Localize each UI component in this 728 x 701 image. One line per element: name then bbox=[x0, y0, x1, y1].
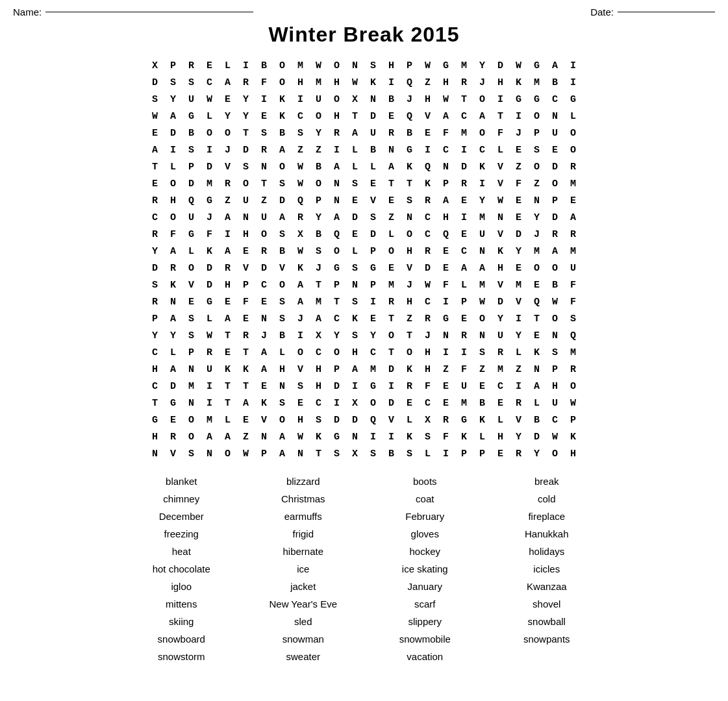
grid-cell: M bbox=[564, 175, 583, 192]
grid-cell: T bbox=[219, 378, 237, 395]
grid-cell: Y bbox=[219, 108, 237, 125]
grid-cell: N bbox=[528, 192, 546, 209]
grid-cell: U bbox=[546, 125, 564, 141]
grid-cell: C bbox=[492, 378, 510, 395]
grid-cell: A bbox=[473, 260, 492, 277]
grid-cell: O bbox=[401, 344, 419, 361]
grid-cell: D bbox=[328, 378, 346, 395]
word-item: break bbox=[489, 474, 605, 489]
grid-cell: N bbox=[346, 428, 364, 445]
grid-cell: C bbox=[419, 395, 437, 412]
grid-cell: A bbox=[219, 74, 237, 91]
grid-cell: K bbox=[510, 74, 528, 91]
grid-cell: A bbox=[273, 445, 292, 462]
grid-cell: I bbox=[437, 293, 455, 310]
grid-cell: A bbox=[164, 361, 182, 378]
grid-cell: S bbox=[146, 91, 164, 108]
grid-cell: E bbox=[492, 445, 510, 462]
grid-cell: R bbox=[182, 57, 201, 74]
grid-cell: A bbox=[146, 141, 164, 158]
grid-cell: A bbox=[383, 158, 401, 175]
grid-cell: N bbox=[492, 209, 510, 226]
grid-cell: P bbox=[401, 57, 419, 74]
grid-cell: I bbox=[492, 91, 510, 108]
grid-cell: K bbox=[273, 108, 292, 125]
grid-cell: S bbox=[564, 310, 583, 327]
word-search-table: XPRELIBOMWONSHPWGMYDWGAIDSSCARFOHMHWKIQZ… bbox=[146, 57, 583, 462]
grid-cell: O bbox=[328, 243, 346, 260]
grid-cell: F bbox=[510, 175, 528, 192]
grid-cell: D bbox=[455, 158, 473, 175]
grid-cell: S bbox=[473, 344, 492, 361]
grid-cell: P bbox=[255, 445, 273, 462]
grid-cell: S bbox=[182, 141, 201, 158]
grid-cell: S bbox=[310, 243, 328, 260]
grid-cell: O bbox=[164, 175, 182, 192]
grid-cell: A bbox=[273, 428, 292, 445]
grid-cell: X bbox=[346, 395, 364, 412]
grid-cell: M bbox=[473, 277, 492, 293]
grid-cell: T bbox=[146, 158, 164, 175]
grid-cell: L bbox=[492, 141, 510, 158]
word-item: sweater bbox=[245, 649, 361, 664]
grid-cell: R bbox=[419, 192, 437, 209]
grid-cell: E bbox=[383, 192, 401, 209]
grid-cell: S bbox=[419, 428, 437, 445]
header: Name: Date: bbox=[13, 6, 715, 18]
grid-cell: N bbox=[164, 293, 182, 310]
grid-cell: A bbox=[237, 395, 255, 412]
date-label: Date: bbox=[590, 6, 614, 18]
grid-cell: S bbox=[346, 175, 364, 192]
grid-cell: L bbox=[564, 108, 583, 125]
grid-cell: N bbox=[273, 378, 292, 395]
grid-cell: T bbox=[346, 108, 364, 125]
grid-cell: U bbox=[364, 125, 383, 141]
grid-cell: H bbox=[310, 378, 328, 395]
grid-cell: H bbox=[273, 361, 292, 378]
grid-cell: U bbox=[237, 192, 255, 209]
word-item: hibernate bbox=[245, 544, 361, 559]
grid-cell: D bbox=[201, 277, 219, 293]
grid-cell: E bbox=[510, 209, 528, 226]
grid-cell: Z bbox=[310, 141, 328, 158]
grid-cell: U bbox=[182, 209, 201, 226]
grid-cell: P bbox=[437, 175, 455, 192]
grid-cell: H bbox=[310, 361, 328, 378]
grid-cell: C bbox=[419, 226, 437, 243]
grid-cell: S bbox=[164, 74, 182, 91]
grid-cell: E bbox=[492, 395, 510, 412]
grid-cell: O bbox=[182, 260, 201, 277]
grid-cell: W bbox=[292, 158, 310, 175]
grid-cell: P bbox=[182, 344, 201, 361]
grid-cell: U bbox=[473, 226, 492, 243]
grid-cell: G bbox=[437, 57, 455, 74]
grid-cell: D bbox=[346, 209, 364, 226]
grid-cell: R bbox=[564, 226, 583, 243]
grid-cell: Z bbox=[510, 158, 528, 175]
grid-cell: I bbox=[328, 141, 346, 158]
grid-cell: Z bbox=[237, 428, 255, 445]
grid-cell: K bbox=[455, 428, 473, 445]
grid-cell: S bbox=[364, 445, 383, 462]
grid-cell: A bbox=[164, 108, 182, 125]
grid-cell: M bbox=[564, 344, 583, 361]
grid-cell: P bbox=[455, 445, 473, 462]
grid-cell: W bbox=[492, 192, 510, 209]
grid-cell: F bbox=[419, 378, 437, 395]
grid-cell: A bbox=[455, 260, 473, 277]
grid-cell: U bbox=[546, 395, 564, 412]
grid-cell: C bbox=[310, 395, 328, 412]
grid-cell: R bbox=[164, 428, 182, 445]
name-line bbox=[45, 12, 253, 12]
grid-cell: O bbox=[528, 260, 546, 277]
grid-cell: N bbox=[546, 108, 564, 125]
grid-cell: Z bbox=[219, 192, 237, 209]
word-item bbox=[489, 649, 605, 664]
grid-cell: T bbox=[328, 293, 346, 310]
grid-cell: T bbox=[528, 310, 546, 327]
grid-cell: Q bbox=[528, 293, 546, 310]
grid-cell: F bbox=[201, 226, 219, 243]
grid-cell: W bbox=[292, 428, 310, 445]
grid-cell: G bbox=[328, 260, 346, 277]
grid-cell: D bbox=[146, 74, 164, 91]
